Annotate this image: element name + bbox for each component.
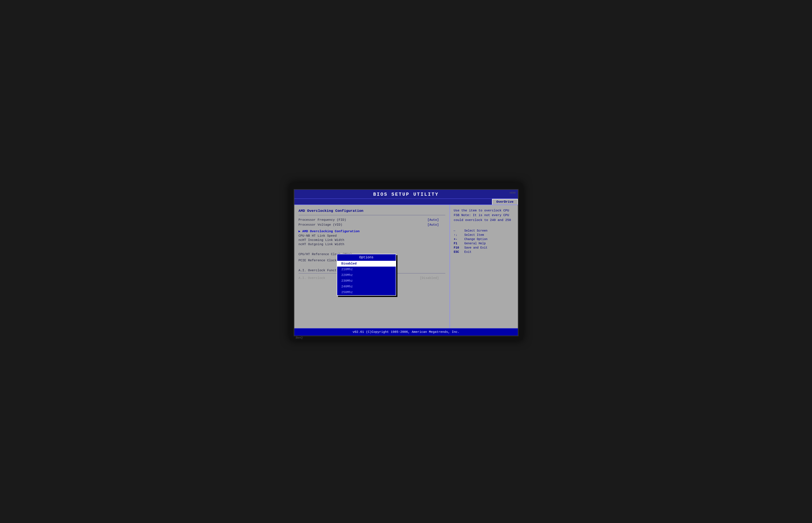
ai-overclock-value: [Disabled] <box>420 276 439 280</box>
bios-title: BIOS SETUP UTILITY <box>373 192 439 197</box>
tab-bar: OverDrive <box>294 199 518 205</box>
main-content: AMD Overclocking Configuration Processor… <box>294 205 518 328</box>
ncht-incoming-item[interactable]: ncHT Incoming Link Width <box>299 238 445 242</box>
key-f1: F1 <box>454 242 465 245</box>
ncht-outgoing-item[interactable]: ncHT Outgoing Link Width <box>299 242 445 246</box>
divider <box>299 215 445 215</box>
key-plusminus: +- <box>454 237 465 241</box>
title-bar: BIOS SETUP UTILITY <box>294 190 518 199</box>
footer: v02.61 (C)Copyright 1985-2006, American … <box>294 328 518 336</box>
processor-freq-label: Processor Frequency (FID) <box>299 218 346 222</box>
hdmi-label: HDMI <box>510 192 515 194</box>
processor-voltage-label: Processor Voltage (VID) <box>299 223 342 227</box>
key-select-screen-desc: Select Screen <box>465 229 488 232</box>
key-change-option: +- Change Option <box>454 237 514 241</box>
processor-voltage-value: [Auto] <box>427 223 439 227</box>
processor-freq-row: Processor Frequency (FID) [Auto] <box>299 218 445 222</box>
key-updown: ↑↓ <box>454 233 465 237</box>
help-text: Use the item to overclock CPU FSB Note: … <box>454 209 514 223</box>
key-esc: ESC <box>454 250 465 254</box>
key-exit: ESC Exit <box>454 250 514 254</box>
processor-voltage-row: Processor Voltage (VID) [Auto] <box>299 223 445 227</box>
monitor-brand: BenQ <box>296 336 303 339</box>
key-general-help: F1 General Help <box>454 242 514 245</box>
processor-freq-value: [Auto] <box>427 218 439 222</box>
section-title: AMD Overclocking Configuration <box>299 209 445 213</box>
key-select-item-desc: Select Item <box>465 233 484 237</box>
amd-overclocking-submenu[interactable]: AMD Overclocking Configuration <box>299 229 445 233</box>
key-select-item: ↑↓ Select Item <box>454 233 514 237</box>
option-220mhz[interactable]: 220Mhz <box>337 272 396 278</box>
dropdown-title: Options <box>337 254 396 261</box>
tab-overdrive[interactable]: OverDrive <box>492 199 518 204</box>
options-dropdown[interactable]: Options Disabled 210Mhz 220Mhz 230Mhz 24… <box>337 254 396 296</box>
option-210mhz[interactable]: 210Mhz <box>337 267 396 272</box>
key-help: ← Select Screen ↑↓ Select Item +- Change… <box>454 229 514 254</box>
key-arrow: ← <box>454 229 465 232</box>
ai-overclock-label[interactable]: A.I. Overclock <box>299 276 325 280</box>
cpu-nb-ht-item[interactable]: CPU-NB HT Link Speed <box>299 234 445 238</box>
key-f10: F10 <box>454 246 465 249</box>
key-select-screen: ← Select Screen <box>454 229 514 232</box>
key-change-option-desc: Change Option <box>465 237 488 241</box>
key-general-help-desc: General Help <box>465 242 486 245</box>
right-panel: Use the item to overclock CPU FSB Note: … <box>450 205 518 328</box>
key-save-exit-desc: Save and Exit <box>465 246 488 249</box>
option-250mhz[interactable]: 250Mhz <box>337 289 396 295</box>
key-save-exit: F10 Save and Exit <box>454 246 514 249</box>
left-panel: AMD Overclocking Configuration Processor… <box>294 205 450 328</box>
key-exit-desc: Exit <box>465 250 472 254</box>
footer-text: v02.61 (C)Copyright 1985-2006, American … <box>353 330 459 334</box>
monitor: HDMI BIOS SETUP UTILITY OverDrive AMD Ov… <box>289 183 523 340</box>
option-230mhz[interactable]: 230Mhz <box>337 278 396 284</box>
screen: HDMI BIOS SETUP UTILITY OverDrive AMD Ov… <box>294 189 518 336</box>
option-240mhz[interactable]: 240Mhz <box>337 284 396 289</box>
option-disabled[interactable]: Disabled <box>337 261 396 267</box>
